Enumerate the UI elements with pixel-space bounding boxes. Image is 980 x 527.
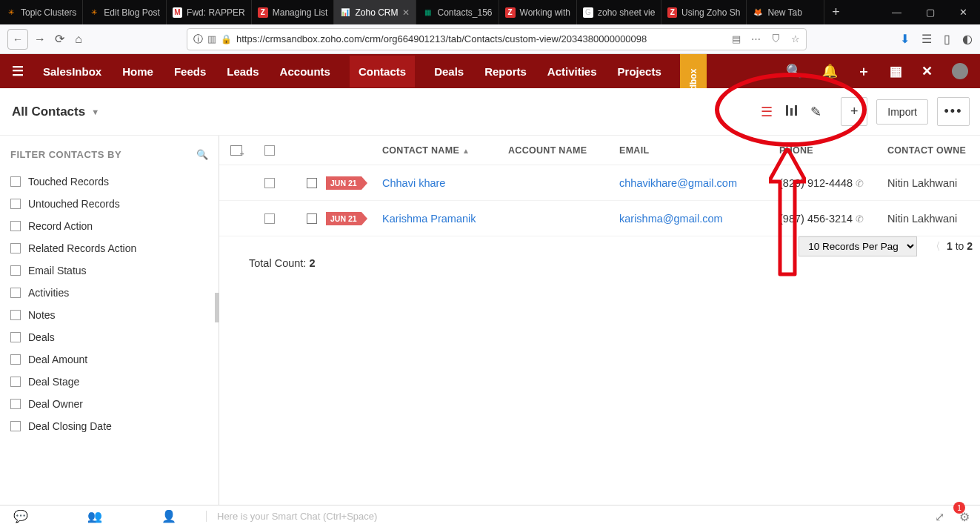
browser-tab[interactable]: 🦊New Tab [747, 0, 824, 24]
checkbox[interactable] [10, 243, 21, 253]
checkbox[interactable] [10, 399, 21, 409]
table-row[interactable]: JUN 21Chhavi kharechhavikhare@gmail.com(… [219, 165, 980, 201]
bell-icon[interactable]: 🔔 [821, 63, 838, 79]
configure-columns-icon[interactable] [230, 145, 242, 156]
table-row[interactable]: JUN 21Karishma Pramanikkarishma@gmail.co… [219, 201, 980, 236]
contact-name-link[interactable]: Chhavi khare [382, 177, 508, 189]
contact-name-link[interactable]: Karishma Pramanik [382, 213, 508, 225]
checkbox[interactable] [10, 332, 21, 342]
filter-item[interactable]: Activities [7, 282, 211, 304]
filter-item[interactable]: Record Action [7, 215, 211, 237]
filter-item[interactable]: Untouched Records [7, 193, 211, 215]
forward-button[interactable]: → [33, 33, 47, 46]
view-selector[interactable]: All Contacts ▼ [12, 105, 99, 119]
maximize-button[interactable]: ▢ [913, 0, 947, 24]
filter-item[interactable]: Deal Amount [7, 348, 211, 371]
nav-accounts[interactable]: Accounts [279, 65, 332, 78]
search-icon[interactable]: 🔍 [786, 63, 802, 79]
more-icon[interactable]: ⋯ [751, 33, 761, 44]
row-checkbox[interactable] [264, 178, 275, 188]
search-filter-icon[interactable]: 🔍 [196, 149, 209, 160]
new-tab-button[interactable]: + [824, 0, 847, 24]
more-actions-button[interactable]: ••• [937, 97, 970, 126]
browser-tab[interactable]: ✳Topic Clusters [0, 0, 83, 24]
reader-icon[interactable]: ▤ [732, 33, 741, 44]
checkbox[interactable] [10, 377, 21, 387]
list-view-icon[interactable]: ☰ [761, 104, 773, 120]
close-icon[interactable]: ✕ [402, 7, 410, 18]
calendar-icon[interactable]: ▦ [890, 63, 902, 79]
browser-tab[interactable]: ZWorking with [499, 0, 577, 24]
per-page-select[interactable]: 10 Records Per Page [799, 236, 917, 256]
filter-item[interactable]: Deals [7, 326, 211, 348]
protect-icon[interactable]: ⛉ [771, 33, 781, 44]
browser-tab[interactable]: ZUsing Zoho Sh [661, 0, 747, 24]
close-window-button[interactable]: ✕ [947, 0, 980, 24]
import-button[interactable]: Import [876, 99, 928, 125]
nav-salesinbox[interactable]: SalesInbox [41, 65, 103, 78]
browser-tab[interactable]: ✳Edit Blog Post [83, 0, 166, 24]
browser-tab-active[interactable]: 📊Zoho CRM✕ [334, 0, 416, 24]
call-icon[interactable]: ✆ [856, 178, 864, 189]
browser-tab[interactable]: ▦Contacts_156 [416, 0, 499, 24]
expand-icon[interactable]: ⤢ [935, 510, 944, 524]
library-icon[interactable]: ☰ [921, 32, 932, 46]
row-checkbox[interactable] [264, 213, 275, 224]
checkbox[interactable] [10, 421, 21, 431]
sidebar-icon[interactable]: ▯ [944, 32, 950, 46]
nav-activities[interactable]: Activities [546, 65, 599, 78]
call-icon[interactable]: ✆ [856, 213, 864, 225]
filter-item[interactable]: Deal Closing Date [7, 415, 211, 437]
profile-icon[interactable]: 👤 [161, 509, 176, 523]
contacts-icon[interactable]: 👥 [87, 509, 102, 523]
create-button[interactable]: + [841, 97, 867, 126]
filter-item[interactable]: Deal Stage [7, 371, 211, 393]
browser-tab[interactable]: MFwd: RAPPER [167, 0, 252, 24]
chat-icon[interactable]: 💬 [13, 509, 28, 523]
browser-tab[interactable]: Gzoho sheet vie [577, 0, 661, 24]
bookmark-icon[interactable]: ☆ [791, 33, 800, 44]
kanban-view-icon[interactable] [786, 104, 797, 120]
reload-button[interactable]: ⟳ [52, 32, 67, 46]
checkbox[interactable] [10, 265, 21, 276]
avatar[interactable] [952, 63, 968, 79]
minimize-button[interactable]: — [880, 0, 913, 24]
nav-reports[interactable]: Reports [483, 65, 528, 78]
email-link[interactable]: chhavikhare@gmail.com [619, 177, 779, 189]
checkbox[interactable] [10, 310, 21, 320]
filter-item[interactable]: Related Records Action [7, 237, 211, 259]
nav-home[interactable]: Home [121, 65, 155, 78]
select-all-checkbox[interactable] [264, 145, 275, 156]
home-button[interactable]: ⌂ [71, 33, 86, 46]
info-icon[interactable]: ⓘ [193, 33, 203, 46]
filter-item[interactable]: Deal Owner [7, 393, 211, 415]
download-icon[interactable]: ⬇ [900, 32, 910, 46]
col-contact-name[interactable]: CONTACT NAME▲ [382, 145, 508, 156]
filter-item[interactable]: Notes [7, 304, 211, 326]
col-phone[interactable]: PHONE [779, 145, 887, 156]
account-icon[interactable]: ◐ [962, 32, 973, 46]
canvas-view-icon[interactable]: ✎ [810, 104, 821, 120]
nav-leads[interactable]: Leads [225, 65, 260, 78]
nav-feeds[interactable]: Feeds [173, 65, 207, 78]
nav-deals[interactable]: Deals [433, 65, 465, 78]
checkbox[interactable] [10, 176, 21, 187]
checkbox[interactable] [10, 199, 21, 209]
email-link[interactable]: karishma@gmail.com [619, 213, 779, 225]
smart-chat-input[interactable]: Here is your Smart Chat (Ctrl+Space) [206, 511, 377, 522]
nav-contacts[interactable]: Contacts [350, 56, 415, 87]
url-bar[interactable]: ⓘ ▥ 🔒 https://crmsandbox.zoho.com/crm/or… [187, 28, 807, 50]
col-account-name[interactable]: ACCOUNT NAME [508, 145, 619, 156]
nav-projects[interactable]: Projects [616, 65, 663, 78]
tools-icon[interactable]: ✕ [921, 63, 933, 79]
add-icon[interactable]: ＋ [857, 62, 870, 80]
filter-item[interactable]: Email Status [7, 259, 211, 282]
checkbox[interactable] [10, 288, 21, 298]
checkbox[interactable] [10, 221, 21, 231]
col-owner[interactable]: CONTACT OWNE [887, 145, 976, 156]
browser-tab[interactable]: ZManaging List [252, 0, 335, 24]
filter-item[interactable]: Touched Records [7, 170, 211, 193]
menu-icon[interactable]: ☰ [12, 63, 24, 79]
checkbox[interactable] [10, 354, 21, 365]
back-button[interactable]: ← [7, 29, 28, 50]
